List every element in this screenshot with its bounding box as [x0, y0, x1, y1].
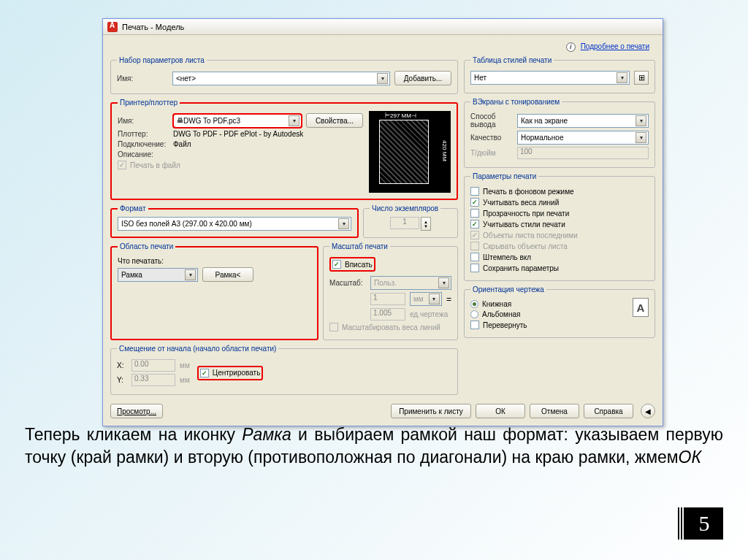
plot-area-legend: Область печати	[118, 242, 175, 250]
collapse-button[interactable]: ◀	[641, 404, 655, 418]
copies-spinner: ▲▼	[421, 217, 431, 231]
chevron-down-icon[interactable]: ▾	[289, 115, 299, 126]
plot-style-value: Нет	[474, 74, 486, 82]
window-select-button[interactable]: Рамка<	[202, 267, 253, 282]
cancel-button[interactable]: Отмена	[530, 404, 579, 418]
shade-mode-label: Способ вывода	[470, 112, 513, 129]
plot-scale-legend: Масштаб печати	[329, 242, 390, 250]
print-to-file-label: Печать в файл	[130, 161, 180, 169]
connection-value: Файл	[173, 140, 191, 148]
help-button[interactable]: Справка	[584, 404, 633, 418]
print-to-file-checkbox	[118, 161, 126, 169]
offset-y-input: 0.33	[131, 374, 175, 386]
drawing-units-label: ед.чертежа	[410, 310, 448, 318]
hide-paperspace-checkbox	[470, 242, 479, 250]
copies-legend: Число экземпляров	[370, 204, 440, 212]
paper-size-combo[interactable]: ISO без полей A3 (297.00 x 420.00 мм) ▾	[118, 217, 351, 231]
chevron-down-icon[interactable]: ▾	[185, 269, 196, 280]
app-icon	[107, 22, 118, 32]
stamp-checkbox[interactable]	[470, 253, 479, 261]
chevron-down-icon: ▾	[438, 277, 449, 288]
shaded-legend: ВЭкраны с тонированием	[470, 98, 562, 106]
page-setup-group: Набор параметров листа Имя: <нет> ▾ Доба…	[110, 56, 458, 94]
bg-plot-checkbox[interactable]	[470, 187, 479, 196]
plotstyles-checkbox[interactable]	[470, 220, 479, 229]
fit-to-paper-label: Вписать	[345, 261, 373, 269]
pagesetup-name-label: Имя:	[117, 74, 168, 83]
lineweights-checkbox[interactable]	[470, 198, 479, 207]
paperspace-last-checkbox	[470, 231, 479, 239]
chevron-down-icon[interactable]: ▾	[338, 218, 349, 229]
orientation-group: Ориентация чертежа Книжная Альбомная Пер…	[464, 285, 655, 338]
info-icon: i	[566, 42, 576, 52]
fit-to-paper-checkbox[interactable]	[332, 260, 341, 269]
learn-more-link[interactable]: Подробнее о печати	[581, 42, 649, 50]
preview-button[interactable]: Просмотр...	[110, 404, 163, 418]
plot-offset-group: Смещение от начала (начало области печат…	[110, 345, 458, 395]
slide-caption: Теперь кликаем на иконку Рамка и выбирае…	[25, 423, 723, 469]
apply-to-layout-button[interactable]: Применить к листу	[391, 404, 471, 418]
paper-size-group: Формат ISO без полей A3 (297.00 x 420.00…	[110, 204, 359, 238]
connection-label: Подключение:	[118, 140, 169, 148]
copies-input: 1	[390, 217, 419, 229]
save-changes-checkbox[interactable]	[470, 264, 479, 272]
plot-scale-group: Масштаб печати Вписать Масштаб: Польз. ▾	[323, 242, 458, 340]
printer-props-button[interactable]: Свойства...	[306, 113, 363, 128]
what-to-plot-label: Что печатать:	[118, 257, 164, 265]
plot-area-group: Область печати Что печатать: Рамка ▾ Рам…	[110, 242, 318, 340]
printer-name-label: Имя:	[118, 117, 169, 125]
scale-units-input: 1	[370, 293, 405, 305]
chevron-down-icon: ▾	[429, 294, 440, 304]
what-to-plot-combo[interactable]: Рамка ▾	[118, 268, 198, 282]
plot-style-table-group: Таблица стилей печати Нет ▾ ⊞	[464, 56, 655, 93]
dpi-input: 100	[517, 147, 649, 159]
plot-style-combo[interactable]: Нет ▾	[470, 71, 630, 85]
orientation-preview-icon: A	[633, 298, 649, 317]
scale-unit-combo: мм ▾	[410, 292, 442, 306]
printer-legend: Принтер/плоттер	[118, 99, 180, 107]
scale-lineweights-checkbox	[329, 323, 338, 331]
orientation-legend: Ориентация чертежа	[470, 285, 546, 294]
quality-label: Качество	[470, 134, 513, 142]
page-setup-legend: Набор параметров листа	[117, 56, 207, 64]
edit-plot-style-button[interactable]: ⊞	[634, 71, 649, 85]
chevron-down-icon[interactable]: ▾	[636, 115, 646, 126]
chevron-down-icon[interactable]: ▾	[617, 72, 627, 83]
print-dialog: Печать - Модель i Подробнее о печати Наб…	[102, 18, 663, 426]
plot-offset-legend: Смещение от начала (начало области печат…	[117, 345, 278, 353]
pagesetup-name-value: <нет>	[176, 74, 196, 83]
options-legend: Параметры печати	[470, 172, 538, 180]
scale-combo: Польз. ▾	[370, 276, 451, 290]
upside-down-checkbox[interactable]	[470, 321, 479, 329]
chevron-down-icon[interactable]: ▾	[377, 73, 388, 84]
transparency-checkbox[interactable]	[470, 209, 479, 218]
add-pagesetup-button[interactable]: Добавить...	[394, 71, 451, 85]
window-title: Печать - Модель	[122, 23, 184, 31]
plotter-label: Плоттер:	[118, 130, 169, 138]
dpi-label: Т/дюйм	[470, 149, 513, 157]
equals-icon: =	[446, 294, 451, 304]
chevron-down-icon[interactable]: ▾	[636, 132, 646, 143]
printer-name-combo[interactable]: 🖶 DWG To PDF.pc3 ▾	[173, 114, 302, 128]
scale-lineweights-label: Масштабировать веса линий	[342, 323, 440, 331]
offset-x-input: 0.00	[131, 359, 175, 372]
titlebar[interactable]: Печать - Модель	[103, 19, 663, 35]
copies-group: Число экземпляров 1 ▲▼	[363, 204, 458, 238]
description-label: Описание:	[118, 150, 169, 158]
quality-combo[interactable]: Нормальное ▾	[517, 131, 649, 145]
offset-x-label: X:	[117, 361, 127, 369]
shade-mode-combo[interactable]: Как на экране ▾	[517, 114, 649, 128]
center-plot-checkbox[interactable]	[200, 369, 209, 377]
paper-size-legend: Формат	[118, 204, 148, 212]
plot-style-legend: Таблица стилей печати	[470, 56, 554, 64]
plotter-value: DWG To PDF - PDF ePlot - by Autodesk	[173, 130, 303, 138]
ok-button[interactable]: ОК	[476, 404, 525, 418]
landscape-radio[interactable]	[470, 310, 478, 318]
offset-y-label: Y:	[117, 376, 127, 384]
center-plot-label: Центрировать	[213, 369, 261, 377]
portrait-radio[interactable]	[470, 300, 478, 308]
pagesetup-name-combo[interactable]: <нет> ▾	[172, 72, 390, 85]
paper-size-value: ISO без полей A3 (297.00 x 420.00 мм)	[121, 220, 252, 228]
drawing-units-input: 1.005	[370, 308, 405, 321]
plot-options-group: Параметры печати Печать в фоновом режиме…	[464, 172, 655, 281]
